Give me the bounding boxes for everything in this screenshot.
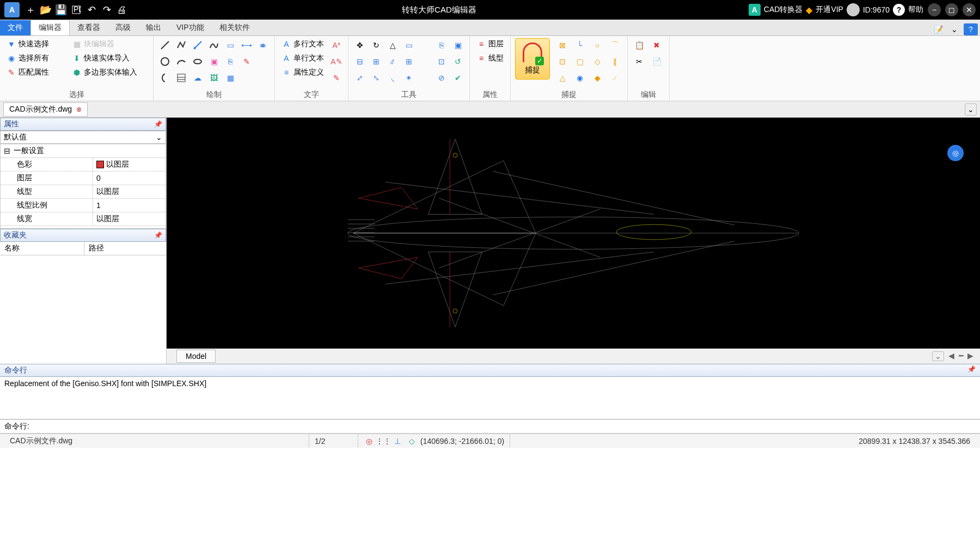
status-grid-icon[interactable]: ⋮⋮ (378, 436, 389, 447)
command-log[interactable]: Replacement of the [Geniso.SHX] font wit… (0, 377, 980, 419)
snap-perpendicular-icon[interactable]: └ (573, 38, 587, 52)
snap-intersection-icon[interactable]: △ (555, 71, 569, 85)
favorites-list[interactable] (0, 255, 166, 364)
quick-select-button[interactable]: ▼快速选择 (4, 38, 70, 50)
model-tab[interactable]: Model (176, 350, 216, 363)
ellipse-icon[interactable] (191, 54, 205, 69)
match-props-button[interactable]: ✎匹配属性 (4, 66, 70, 78)
text-edit-icon[interactable]: A✎ (329, 54, 344, 69)
tab-vip[interactable]: VIP功能 (169, 20, 212, 35)
tab-advanced[interactable]: 高级 (108, 20, 138, 35)
maximize-icon[interactable]: ◻ (945, 3, 958, 16)
undo-icon[interactable]: ↶ (84, 2, 99, 17)
polyline-icon[interactable] (174, 38, 188, 52)
prop-row-lineweight[interactable]: 线宽 以图层 (1, 212, 166, 226)
table-icon[interactable]: ▦ (223, 71, 237, 85)
pin-icon[interactable]: 📌 (154, 120, 162, 128)
close-icon[interactable]: ✕ (963, 3, 976, 16)
status-ortho-icon[interactable]: ⊥ (392, 436, 403, 447)
image-icon[interactable]: 🖼 (207, 71, 221, 85)
doctab-dropdown-icon[interactable]: ⌄ (965, 103, 977, 115)
revolve-icon[interactable] (158, 71, 172, 85)
new-file-icon[interactable]: ＋ (23, 2, 38, 17)
attdef-button[interactable]: ≡属性定义 (279, 66, 326, 78)
text-style-icon[interactable]: A* (329, 38, 344, 52)
paste-icon[interactable]: 📄 (650, 54, 664, 69)
break-icon[interactable]: ⫽ (385, 54, 400, 69)
linetype-button[interactable]: ≡线型 (474, 52, 506, 64)
select-all-button[interactable]: ◉选择所有 (4, 52, 70, 64)
status-osnap-icon[interactable]: ◇ (406, 436, 417, 447)
cut-icon[interactable]: ✂ (632, 54, 646, 69)
mirror-icon[interactable]: △ (385, 38, 400, 52)
prop-row-ltscale[interactable]: 线型比例 1 (1, 199, 166, 212)
tab-output[interactable]: 输出 (138, 20, 169, 35)
prop-row-linetype[interactable]: 线型 以图层 (1, 185, 166, 199)
polygon-input-button[interactable]: ⬢多边形实体输入 (70, 66, 139, 78)
properties-filter-select[interactable]: 默认值 ⌄ (0, 131, 166, 144)
scale-icon[interactable]: ⤡ (369, 71, 383, 85)
compass-icon[interactable]: ◎ (947, 145, 964, 161)
copy-clip-icon[interactable]: 📋 (632, 38, 646, 52)
spline-icon[interactable] (207, 38, 221, 52)
favorites-col-name[interactable]: 名称 (0, 242, 84, 255)
user-avatar-icon[interactable] (847, 3, 860, 16)
vip-label[interactable]: 开通VIP (816, 5, 843, 15)
tab-scroll-dropdown-icon[interactable]: ⌄ (932, 351, 944, 361)
pdf-icon[interactable]: PDF (69, 2, 84, 17)
text-find-icon[interactable]: ✎ (329, 71, 344, 85)
print-icon[interactable]: 🖨 (114, 2, 130, 17)
audit-icon[interactable]: ✔ (451, 71, 465, 85)
snap-circle-icon[interactable]: ○ (590, 38, 604, 52)
tab-editor[interactable]: 编辑器 (30, 20, 70, 35)
prop-row-layer[interactable]: 图层 0 (1, 172, 166, 185)
minimize-icon[interactable]: − (928, 3, 941, 16)
tab-file[interactable]: 文件 (0, 20, 30, 35)
status-locate-icon[interactable]: ◎ (364, 436, 375, 447)
fence-icon[interactable]: ⩩ (256, 38, 270, 52)
tab-viewer[interactable]: 查看器 (70, 20, 108, 35)
ribbon-setting-icon[interactable]: 📝 (931, 23, 945, 35)
dimension-icon[interactable]: ⟷ (240, 38, 254, 52)
converter-icon[interactable]: A (749, 4, 761, 16)
tab-scroll-right-icon[interactable]: ▶ (967, 351, 973, 361)
snap-nearest-icon[interactable]: ◆ (590, 71, 604, 85)
circle-icon[interactable] (158, 54, 172, 69)
snap-tangent-icon[interactable]: ⌒ (608, 38, 622, 52)
arc-icon[interactable] (174, 54, 188, 69)
save-icon[interactable]: 💾 (53, 2, 69, 17)
layer-button[interactable]: ≡图层 (474, 38, 506, 50)
tab-related[interactable]: 相关软件 (212, 20, 258, 35)
rect-icon[interactable]: ▭ (223, 38, 237, 52)
insert-icon[interactable]: ⎘ (223, 54, 237, 69)
help-label[interactable]: 帮助 (908, 5, 923, 15)
extend-icon[interactable]: ⊞ (369, 54, 383, 69)
command-input[interactable] (29, 421, 976, 432)
pin-icon[interactable]: 📌 (154, 231, 162, 239)
help-icon[interactable]: ? (893, 4, 905, 16)
doc-tab-close-icon[interactable]: ⊗ (76, 106, 82, 113)
snap-parallel-icon[interactable]: ∥ (608, 54, 622, 69)
array-icon[interactable]: ⊞ (402, 54, 416, 69)
stretch-icon[interactable]: ⤢ (353, 71, 367, 85)
block-icon[interactable]: ▣ (207, 54, 221, 69)
mtext-button[interactable]: A多行文本 (279, 38, 326, 50)
group-icon[interactable]: ▣ (451, 38, 465, 52)
stext-button[interactable]: A单行文本 (279, 52, 326, 64)
cloud-icon[interactable]: ☁ (191, 71, 205, 85)
favorites-col-path[interactable]: 路径 (84, 242, 108, 255)
ribbon-collapse-icon[interactable]: ⌄ (947, 23, 961, 35)
ray-icon[interactable] (191, 38, 205, 52)
drawing-canvas[interactable]: ◎ (167, 118, 980, 349)
user-id[interactable]: ID:9670 (863, 5, 890, 14)
refresh-icon[interactable]: ↺ (451, 54, 465, 69)
hatch-icon[interactable] (174, 71, 188, 85)
converter-label[interactable]: CAD转换器 (764, 5, 803, 15)
snap-extension-icon[interactable]: ⟋ (608, 71, 622, 85)
line-icon[interactable] (158, 38, 172, 52)
block-editor-button[interactable]: ▦块编辑器 (70, 38, 139, 50)
prop-row-color[interactable]: 色彩 以图层 (1, 158, 166, 172)
redo-icon[interactable]: ↷ (99, 2, 114, 17)
prop-section[interactable]: ⊟一般设置 (1, 144, 166, 158)
snap-toggle-button[interactable]: 捕捉 (515, 38, 550, 80)
